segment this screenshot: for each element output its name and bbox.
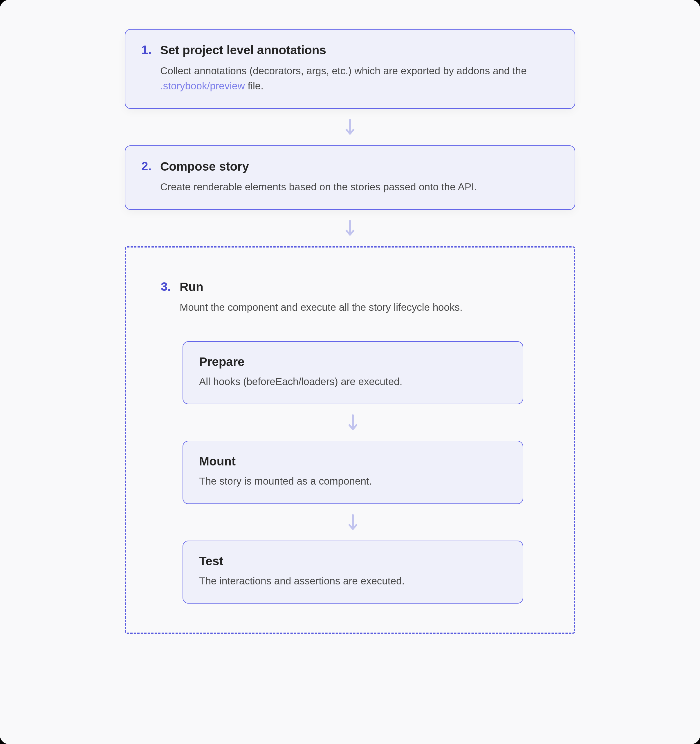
step-1-number: 1. xyxy=(141,43,152,57)
substep-test-card: Test The interactions and assertions are… xyxy=(183,540,523,604)
substep-prepare-title: Prepare xyxy=(199,355,507,369)
step-2-title: Compose story xyxy=(160,159,559,174)
substep-mount-title: Mount xyxy=(199,454,507,468)
arrow-sub-2 xyxy=(347,504,359,540)
substep-mount-card: Mount The story is mounted as a componen… xyxy=(183,441,523,504)
step-1-title: Set project level annotations xyxy=(160,43,559,58)
step-3-number: 3. xyxy=(161,280,171,294)
substep-prepare-description: All hooks (beforeEach/loaders) are execu… xyxy=(199,374,507,390)
arrow-down-icon xyxy=(347,514,359,531)
step-2-card: 2. Compose story Create renderable eleme… xyxy=(125,145,575,210)
step-3-header: 3. Run Mount the component and execute a… xyxy=(161,280,523,315)
step-3-title: Run xyxy=(180,280,523,295)
step-3-run-container: 3. Run Mount the component and execute a… xyxy=(125,246,575,634)
step-1-description: Collect annotations (decorators, args, e… xyxy=(160,63,559,94)
arrow-down-icon xyxy=(344,119,356,135)
step-1-desc-post: file. xyxy=(245,80,264,91)
substep-test-title: Test xyxy=(199,554,507,568)
step-1-body: Set project level annotations Collect an… xyxy=(160,43,559,94)
arrow-down-icon xyxy=(347,414,359,431)
run-substeps: Prepare All hooks (beforeEach/loaders) a… xyxy=(183,341,523,604)
step-2-description: Create renderable elements based on the … xyxy=(160,179,559,195)
substep-mount-description: The story is mounted as a component. xyxy=(199,473,507,489)
preview-file-link[interactable]: .storybook/preview xyxy=(160,80,245,91)
substep-prepare-card: Prepare All hooks (beforeEach/loaders) a… xyxy=(183,341,523,405)
step-1-desc-pre: Collect annotations (decorators, args, e… xyxy=(160,65,527,76)
arrow-sub-1 xyxy=(347,404,359,441)
arrow-2 xyxy=(344,210,356,246)
step-1-card: 1. Set project level annotations Collect… xyxy=(125,29,575,109)
arrow-down-icon xyxy=(344,220,356,237)
arrow-1 xyxy=(344,109,356,145)
step-3-description: Mount the component and execute all the … xyxy=(180,300,523,315)
step-3-body: Run Mount the component and execute all … xyxy=(180,280,523,315)
step-2-number: 2. xyxy=(141,159,152,174)
diagram-canvas: 1. Set project level annotations Collect… xyxy=(0,0,700,744)
substep-test-description: The interactions and assertions are exec… xyxy=(199,573,507,589)
step-2-body: Compose story Create renderable elements… xyxy=(160,159,559,195)
